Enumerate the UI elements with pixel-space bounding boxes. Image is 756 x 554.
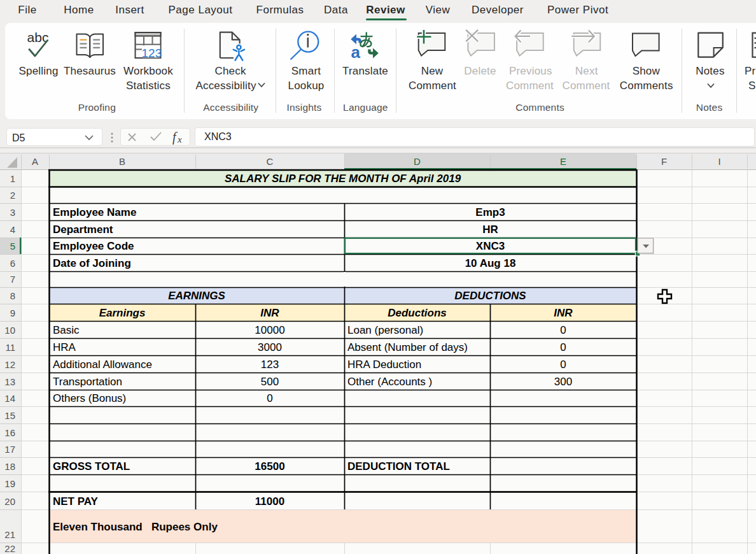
svg-text:123: 123 [142, 46, 162, 60]
svg-text:x: x [177, 134, 182, 145]
svg-text:f: f [172, 130, 178, 145]
svg-text:a: a [351, 43, 361, 62]
